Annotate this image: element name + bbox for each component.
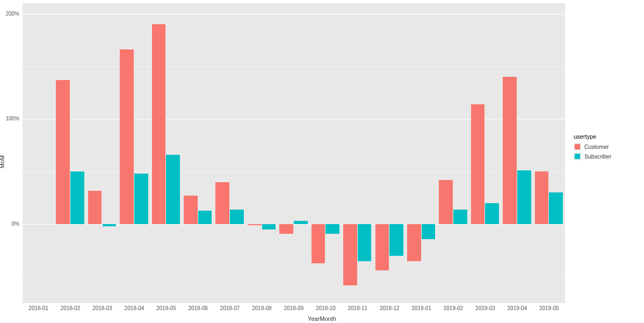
legend-swatch-customer	[574, 143, 581, 150]
x-tick-label: 2018-11	[348, 305, 367, 311]
x-tick-label: 2018-01	[28, 305, 48, 311]
bar-subscriber	[389, 224, 403, 256]
bar-customer	[88, 191, 102, 225]
bar-customer	[535, 171, 549, 224]
bar-subscriber	[549, 192, 563, 224]
bar-customer	[343, 224, 357, 285]
x-tick-label: 2019-05	[539, 305, 559, 311]
x-tick-label: 2018-12	[380, 305, 400, 311]
legend-label-subscriber: Subscriber	[584, 153, 611, 160]
legend-swatch-subscriber	[574, 153, 581, 160]
y-tick-label: 200%	[0, 11, 19, 17]
legend: usertype Customer Subscriber	[574, 133, 638, 162]
bar-customer	[184, 196, 198, 224]
legend-label-customer: Customer	[584, 143, 609, 150]
legend-item-subscriber: Subscriber	[574, 153, 638, 160]
bar-customer	[120, 49, 134, 224]
bar-subscriber	[517, 170, 531, 224]
bar-subscriber	[166, 155, 180, 224]
x-tick-label: 2018-08	[252, 305, 272, 311]
bar-subscriber	[485, 203, 499, 224]
bar-subscriber	[70, 171, 84, 224]
legend-item-customer: Customer	[574, 143, 638, 150]
bar-customer	[312, 224, 325, 263]
bar-subscriber	[325, 224, 339, 234]
x-tick-label: 2018-09	[284, 305, 304, 311]
bar-subscriber	[103, 224, 117, 226]
x-tick-label: 2018-05	[156, 305, 176, 311]
x-tick-label: 2018-10	[316, 305, 336, 311]
bar-subscriber	[294, 221, 308, 224]
bar-subscriber	[262, 224, 276, 229]
bar-customer	[503, 77, 517, 224]
x-tick-label: 2018-07	[220, 305, 240, 311]
chart-container: MoM YearMonth 0%100%200% 2018-012018-022…	[0, 0, 644, 323]
x-tick-label: 2018-04	[125, 305, 144, 311]
x-tick-label: 2019-03	[475, 305, 495, 311]
x-tick-label: 2018-06	[188, 305, 208, 311]
bar-subscriber	[358, 224, 372, 261]
bar-subscriber	[230, 210, 244, 224]
y-axis-label: MoM	[0, 155, 5, 168]
plot-area	[23, 3, 565, 303]
x-tick-label: 2019-02	[444, 305, 464, 311]
x-axis-label: YearMonth	[308, 315, 336, 322]
bar-customer	[56, 80, 70, 224]
x-tick-label: 2018-03	[92, 305, 112, 311]
bar-customer	[215, 182, 229, 224]
bar-customer	[152, 24, 166, 224]
bar-subscriber	[134, 174, 148, 224]
bar-customer	[375, 224, 389, 270]
bar-customer	[248, 224, 262, 225]
bar-subscriber	[453, 210, 467, 224]
bar-customer	[439, 180, 453, 224]
x-tick-label: 2018-02	[61, 305, 81, 311]
bar-customer	[279, 224, 293, 234]
x-tick-label: 2019-04	[508, 305, 527, 311]
bar-subscriber	[422, 224, 436, 239]
x-tick-label: 2019-01	[411, 305, 431, 311]
y-tick-label: 0%	[0, 221, 19, 227]
bar-customer	[471, 104, 485, 224]
bar-customer	[407, 224, 421, 261]
y-tick-label: 100%	[0, 116, 19, 121]
bar-subscriber	[198, 211, 212, 224]
legend-title: usertype	[574, 133, 638, 140]
